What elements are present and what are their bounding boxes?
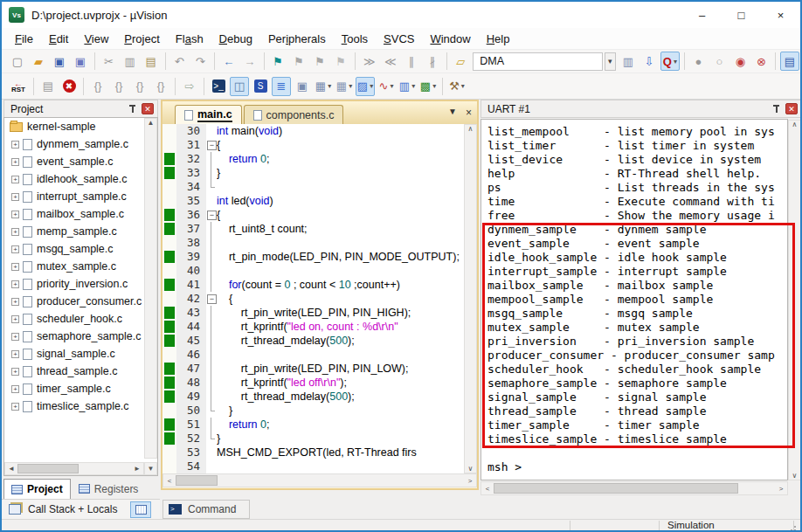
save-button[interactable]: ▣ [50, 52, 69, 71]
tree-item-timer_sample-c[interactable]: +timer_sample.c [4, 380, 157, 397]
comment-button[interactable]: ∥ [402, 52, 421, 71]
tree-item-memp_sample-c[interactable]: +memp_sample.c [4, 223, 157, 240]
scroll-left-icon[interactable]: < [163, 477, 176, 485]
pin-icon[interactable] [772, 105, 780, 113]
breakpoint-kill-all-button[interactable]: ⊗ [751, 52, 771, 71]
indent-button[interactable]: ≫ [360, 52, 379, 71]
menu-item-view[interactable]: View [76, 30, 116, 48]
callstack-grid-button[interactable] [130, 501, 151, 518]
command-window-button[interactable]: >_ [209, 77, 228, 96]
find-button[interactable]: ⇩ [640, 52, 659, 71]
resize-grip[interactable] [790, 523, 798, 531]
scroll-down-icon[interactable]: ∨ [789, 472, 801, 480]
menu-item-flash[interactable]: Flash [168, 30, 211, 48]
project-vertical-scrollbar[interactable]: ▲ [144, 118, 157, 459]
document-list-icon[interactable]: ▼ [448, 107, 457, 119]
scroll-right-icon[interactable]: > [775, 485, 787, 493]
tree-item-idlehook_sample-c[interactable]: +idlehook_sample.c [4, 170, 157, 188]
serial-window-button[interactable]: ▨▾ [356, 77, 375, 96]
system-viewer-button[interactable]: ▩▾ [418, 77, 438, 96]
menu-item-peripherals[interactable]: Peripherals [260, 30, 334, 48]
dropdown-arrow-icon[interactable]: ▾ [411, 82, 415, 90]
scroll-left-icon[interactable]: < [481, 485, 494, 493]
scroll-left-icon[interactable]: ◄ [5, 465, 17, 473]
callstack-locals-bar[interactable]: Call Stack + Locals [2, 499, 160, 519]
target-select-combobox[interactable]: DMA [473, 52, 603, 71]
tree-item-thread_sample-c[interactable]: +thread_sample.c [4, 363, 157, 380]
scroll-right-icon[interactable]: ► [131, 465, 143, 473]
expand-icon[interactable]: + [11, 368, 19, 376]
tree-item-signal_sample-c[interactable]: +signal_sample.c [4, 345, 157, 363]
maximize-button[interactable]: □ [722, 2, 761, 28]
tree-item-dynmem_sample-c[interactable]: +dynmem_sample.c [4, 135, 157, 153]
menu-item-file[interactable]: File [7, 30, 41, 48]
bookmark-next-button[interactable]: ⚑ [289, 52, 308, 71]
editor-tab-main-c[interactable]: main.c [175, 105, 242, 124]
build-log-button[interactable]: ▤ [38, 77, 58, 96]
editor-code-area[interactable]: 30int main(void)31{32 return 0;33}3435in… [162, 124, 464, 473]
tree-item-event_sample-c[interactable]: +event_sample.c [4, 153, 157, 170]
tree-item-semaphore_sample-c[interactable]: +semaphore_sample.c [4, 328, 157, 345]
save-all-button[interactable]: ▣ [71, 52, 90, 71]
flash-config-button[interactable]: ▱ [451, 52, 470, 71]
trace-window-button[interactable]: ▥▾ [398, 77, 417, 96]
tree-item-priority_inversion-c[interactable]: +priority_inversion.c [4, 275, 157, 293]
bookmark-clear-button[interactable]: ⚑ [331, 52, 350, 71]
expand-icon[interactable]: + [11, 333, 19, 341]
dropdown-arrow-icon[interactable]: ▾ [390, 82, 393, 90]
lookup-button[interactable]: Q▾ [660, 52, 680, 71]
stop-debug-button[interactable]: ✖ [59, 77, 79, 96]
target-combo-drop-button[interactable]: ▾ [605, 52, 616, 71]
step-over-button[interactable]: {} [109, 77, 128, 96]
project-close-icon[interactable]: ✕ [142, 103, 154, 114]
minimize-button[interactable]: – [682, 2, 722, 28]
menu-item-edit[interactable]: Edit [41, 30, 76, 48]
close-document-icon[interactable]: × [466, 107, 472, 119]
menu-item-project[interactable]: Project [116, 30, 167, 48]
uart-vertical-scrollbar[interactable]: ∧ ∨ [788, 120, 801, 480]
menu-item-svcs[interactable]: SVCS [376, 30, 422, 48]
project-scroll-corner[interactable]: ▼ [144, 462, 157, 475]
tree-item-timeslice_sample-c[interactable]: +timeslice_sample.c [4, 397, 157, 415]
fold-marker-icon[interactable] [206, 208, 217, 222]
menu-item-debug[interactable]: Debug [211, 30, 260, 48]
symbol-window-button[interactable]: S [251, 77, 270, 96]
uart-terminal[interactable]: list_mempool - list memory pool in sysli… [481, 119, 788, 480]
expand-icon[interactable]: + [11, 158, 19, 166]
tree-item-mutex_sample-c[interactable]: +mutex_sample.c [4, 258, 157, 275]
dropdown-arrow-icon[interactable]: ▾ [432, 82, 436, 90]
expand-icon[interactable]: + [11, 141, 19, 149]
dropdown-arrow-icon[interactable]: ▾ [370, 82, 373, 90]
reset-cpu-button[interactable]: ←RST [8, 77, 29, 96]
project-tree[interactable]: kernel-sample+dynmem_sample.c+event_samp… [3, 117, 158, 476]
tab-registers[interactable]: Registers [71, 479, 147, 499]
scroll-up-icon[interactable]: ∧ [465, 125, 477, 133]
expand-icon[interactable]: + [11, 245, 19, 253]
expand-icon[interactable]: + [11, 263, 19, 271]
fold-marker-icon[interactable] [206, 138, 217, 152]
dropdown-arrow-icon[interactable]: ▾ [674, 58, 677, 66]
dropdown-arrow-icon[interactable]: ▾ [328, 82, 331, 90]
tree-item-msgq_sample-c[interactable]: +msgq_sample.c [4, 240, 157, 258]
expand-icon[interactable]: + [11, 193, 19, 201]
dropdown-arrow-icon[interactable]: ▾ [349, 82, 352, 90]
find-in-files-button[interactable]: ▥ [619, 52, 638, 71]
close-button[interactable]: × [761, 2, 800, 28]
logic-analyzer-button[interactable]: ∿▾ [377, 77, 396, 96]
step-out-button[interactable]: {} [130, 77, 149, 96]
tree-item-producer_consumer-c[interactable]: +producer_consumer.c [4, 293, 157, 310]
menu-item-help[interactable]: Help [479, 30, 518, 48]
expand-icon[interactable]: + [11, 176, 19, 183]
navigate-forward-button[interactable]: → [240, 52, 259, 71]
scroll-right-icon[interactable]: > [464, 477, 476, 485]
cut-button[interactable]: ✂ [100, 52, 119, 71]
expand-icon[interactable]: + [11, 350, 19, 358]
registers-window-button[interactable]: ≣ [272, 77, 291, 96]
project-horizontal-scrollbar[interactable]: ◄ ► [4, 462, 144, 475]
tree-item-mailbox_sample-c[interactable]: +mailbox_sample.c [4, 205, 157, 223]
tab-project[interactable]: Project [3, 479, 71, 499]
uncomment-button[interactable]: ∦ [423, 52, 442, 71]
expand-icon[interactable]: + [11, 315, 19, 323]
expand-icon[interactable]: + [11, 403, 19, 411]
tab-command[interactable]: > Command [162, 500, 250, 519]
